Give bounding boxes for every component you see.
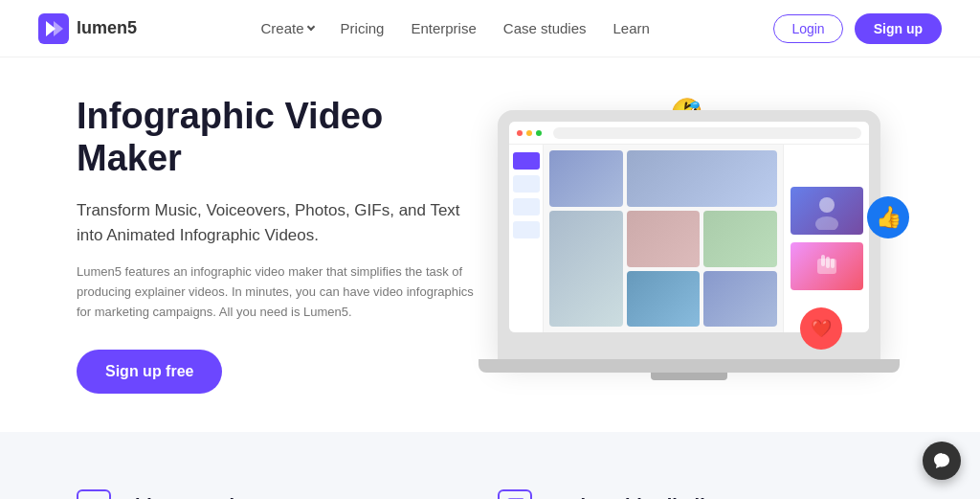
dot-yellow [526, 130, 532, 136]
nav-pricing[interactable]: Pricing [341, 20, 385, 36]
features-section: Video Templates Easily create compelling… [0, 432, 980, 499]
feature-file-formats: Works With All File Formats Infographic … [498, 489, 861, 499]
video-card-1 [549, 150, 623, 207]
nav-case-studies[interactable]: Case studies [503, 20, 587, 36]
hand-icon [810, 249, 844, 284]
video-card-7 [703, 271, 777, 328]
right-panel-img-2 [791, 242, 863, 290]
laptop-sidebar [509, 145, 544, 332]
sidebar-item-4 [513, 221, 540, 238]
sidebar-item-3 [513, 198, 540, 215]
svg-point-4 [815, 216, 838, 230]
svg-point-3 [819, 197, 835, 213]
laptop-topbar [509, 122, 869, 145]
file-formats-title: Works With All File Formats [544, 495, 796, 499]
feature-video-templates-header: Video Templates [77, 489, 440, 499]
logo[interactable]: lumen5 [38, 13, 137, 44]
create-chevron-icon [306, 23, 314, 31]
nav-enterprise[interactable]: Enterprise [411, 20, 476, 36]
svg-rect-8 [831, 259, 835, 268]
feature-file-formats-header: Works With All File Formats [498, 489, 861, 499]
hero-title: Infographic Video Maker [77, 96, 479, 179]
video-card-2 [627, 150, 777, 207]
url-bar [553, 127, 861, 139]
laptop-main-grid [544, 145, 783, 332]
sidebar-item-1 [513, 152, 540, 170]
dot-red [517, 130, 523, 136]
right-panel-img-1 [791, 187, 863, 235]
svg-rect-7 [826, 257, 830, 268]
hero-text: Infographic Video Maker Transform Music,… [77, 96, 479, 394]
thumbs-up-icon: 👍 [867, 196, 909, 238]
nav-links: Create Pricing Enterprise Case studies L… [261, 20, 650, 36]
person-icon [808, 192, 846, 230]
laptop-right-panel [783, 145, 869, 332]
hero-description: Lumen5 features an infographic video mak… [77, 262, 479, 322]
laptop-stand [651, 373, 727, 380]
nav-create[interactable]: Create [261, 20, 314, 36]
video-templates-title: Video Templates [122, 495, 273, 499]
feature-video-templates: Video Templates Easily create compelling… [77, 489, 440, 499]
brand-name: lumen5 [77, 18, 137, 38]
hero-visual: 🤣 [479, 101, 938, 388]
nav-learn[interactable]: Learn [613, 20, 650, 36]
video-card-6 [627, 271, 701, 328]
nav-actions: Login Sign up [773, 13, 942, 44]
video-templates-icon [77, 489, 111, 499]
laptop-base [479, 359, 900, 373]
hero-cta-button[interactable]: Sign up free [77, 350, 222, 394]
chat-support-button[interactable] [923, 442, 961, 480]
sidebar-item-2 [513, 175, 540, 193]
dot-green [536, 130, 542, 136]
file-formats-icon [498, 489, 532, 499]
hero-subtitle: Transform Music, Voiceovers, Photos, GIF… [77, 198, 479, 247]
hero-section: Infographic Video Maker Transform Music,… [0, 57, 980, 432]
video-card-3 [549, 211, 623, 327]
login-button[interactable]: Login [773, 14, 842, 43]
laptop-content [509, 145, 869, 332]
navbar: lumen5 Create Pricing Enterprise Case st… [0, 0, 980, 57]
laptop-screen [509, 122, 869, 332]
video-card-5 [703, 211, 777, 267]
chat-icon [931, 450, 952, 471]
signup-button[interactable]: Sign up [855, 13, 942, 44]
svg-rect-6 [821, 255, 825, 266]
lumen5-logo-icon [38, 13, 69, 44]
video-card-4 [627, 211, 701, 267]
